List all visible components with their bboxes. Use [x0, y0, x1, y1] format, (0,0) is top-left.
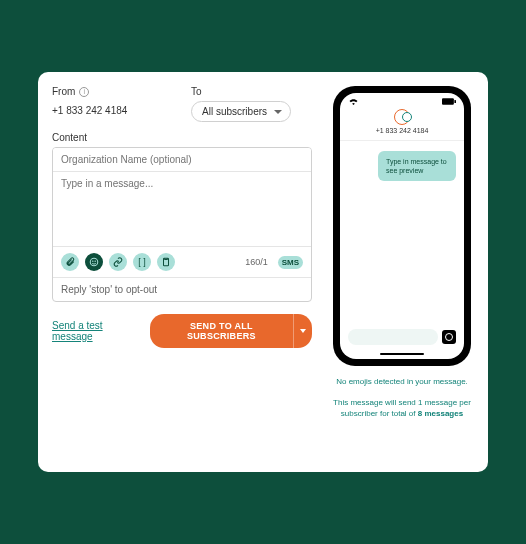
phone-text-input	[348, 329, 438, 345]
from-value: +1 833 242 4184	[52, 101, 173, 116]
avatar-icon	[394, 109, 410, 125]
phone-preview: +1 833 242 4184 Type in message to see p…	[333, 86, 471, 366]
svg-rect-4	[442, 98, 454, 104]
template-icon[interactable]	[157, 253, 175, 271]
optout-text: Reply 'stop' to opt-out	[53, 278, 311, 301]
content-box: [ ] 160/1 SMS Reply 'stop' to opt-out	[52, 147, 312, 302]
to-selected: All subscribers	[202, 106, 267, 117]
summary-note: This message will send 1 message per sub…	[330, 397, 474, 419]
content-label: Content	[52, 132, 312, 143]
camera-icon	[442, 330, 456, 344]
phone-statusbar	[340, 93, 464, 107]
editor-toolbar: [ ] 160/1 SMS	[53, 246, 311, 278]
battery-icon	[442, 98, 456, 105]
attachment-icon[interactable]	[61, 253, 79, 271]
phone-messages: Type in message to see preview	[340, 141, 464, 191]
to-label: To	[191, 86, 312, 97]
info-icon[interactable]: i	[79, 87, 89, 97]
link-icon[interactable]	[109, 253, 127, 271]
message-input[interactable]	[53, 172, 311, 244]
from-field: From i +1 833 242 4184	[52, 86, 173, 122]
emoji-icon[interactable]	[85, 253, 103, 271]
send-button-group: SEND TO ALL SUBSCRIBERS	[150, 314, 312, 348]
to-select[interactable]: All subscribers	[191, 101, 291, 122]
sms-badge: SMS	[278, 256, 303, 269]
merge-tag-icon[interactable]: [ ]	[133, 253, 151, 271]
compose-card: From i +1 833 242 4184 To All subscriber…	[38, 72, 488, 472]
svg-rect-5	[454, 99, 456, 102]
char-counter: 160/1	[245, 257, 268, 267]
compose-form: From i +1 833 242 4184 To All subscriber…	[52, 86, 312, 458]
home-indicator	[380, 353, 424, 355]
to-field: To All subscribers	[191, 86, 312, 122]
preview-bubble: Type in message to see preview	[378, 151, 456, 181]
phone-input-area	[348, 329, 456, 345]
from-label-text: From	[52, 86, 75, 97]
from-label: From i	[52, 86, 173, 97]
phone-screen: +1 833 242 4184 Type in message to see p…	[340, 93, 464, 359]
actions-row: Send a test message SEND TO ALL SUBSCRIB…	[52, 314, 312, 348]
svg-point-0	[90, 258, 98, 266]
summary-strong: 8 messages	[418, 409, 463, 418]
emoji-note: No emojis detected in your message.	[336, 376, 468, 387]
org-name-input[interactable]	[53, 148, 311, 172]
preview-column: +1 833 242 4184 Type in message to see p…	[330, 86, 474, 458]
send-test-link[interactable]: Send a test message	[52, 320, 136, 342]
phone-contact-header: +1 833 242 4184	[340, 107, 464, 141]
svg-point-1	[93, 261, 94, 262]
send-button[interactable]: SEND TO ALL SUBSCRIBERS	[150, 314, 292, 348]
send-dropdown-button[interactable]	[293, 314, 312, 348]
svg-point-2	[95, 261, 96, 262]
wifi-icon	[348, 97, 359, 105]
phone-contact-number: +1 833 242 4184	[340, 127, 464, 134]
